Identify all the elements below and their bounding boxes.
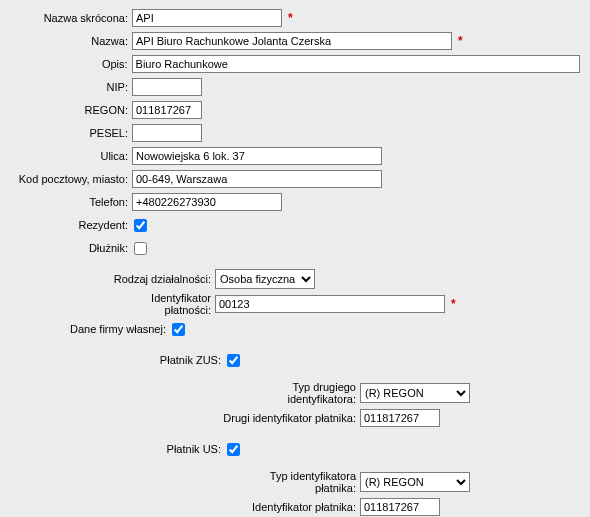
desc-input[interactable] bbox=[132, 55, 580, 73]
label-us-payer: Płatnik US: bbox=[10, 443, 225, 455]
required-mark: * bbox=[445, 297, 456, 311]
postal-city-input[interactable] bbox=[132, 170, 382, 188]
nip-input[interactable] bbox=[132, 78, 202, 96]
name-input[interactable] bbox=[132, 32, 452, 50]
label-postal-city: Kod pocztowy, miasto: bbox=[10, 173, 132, 185]
short-name-input[interactable] bbox=[132, 9, 282, 27]
required-mark: * bbox=[282, 11, 293, 25]
resident-checkbox[interactable] bbox=[134, 219, 147, 232]
label-payer-id: Identyfikator płatnika: bbox=[10, 501, 360, 513]
street-input[interactable] bbox=[132, 147, 382, 165]
pesel-input[interactable] bbox=[132, 124, 202, 142]
own-company-checkbox[interactable] bbox=[172, 323, 185, 336]
second-id-type-select[interactable]: (R) REGON bbox=[360, 383, 470, 403]
zus-payer-checkbox[interactable] bbox=[227, 354, 240, 367]
us-payer-checkbox[interactable] bbox=[227, 443, 240, 456]
label-activity-type: Rodzaj działalności: bbox=[10, 273, 215, 285]
payer-id-input[interactable] bbox=[360, 498, 440, 516]
label-payer-id-type: Typ identyfikatorapłatnika: bbox=[10, 470, 360, 494]
label-phone: Telefon: bbox=[10, 196, 132, 208]
label-name: Nazwa: bbox=[10, 35, 132, 47]
label-debtor: Dłużnik: bbox=[10, 242, 132, 254]
label-short-name: Nazwa skrócona: bbox=[10, 12, 132, 24]
required-mark: * bbox=[452, 34, 463, 48]
label-nip: NIP: bbox=[10, 81, 132, 93]
phone-input[interactable] bbox=[132, 193, 282, 211]
regon-input[interactable] bbox=[132, 101, 202, 119]
label-resident: Rezydent: bbox=[10, 219, 132, 231]
second-payer-id-input[interactable] bbox=[360, 409, 440, 427]
label-zus-payer: Płatnik ZUS: bbox=[10, 354, 225, 366]
label-street: Ulica: bbox=[10, 150, 132, 162]
label-pesel: PESEL: bbox=[10, 127, 132, 139]
payment-id-input[interactable] bbox=[215, 295, 445, 313]
payer-id-type-select[interactable]: (R) REGON bbox=[360, 472, 470, 492]
label-payment-id: Identyfikatorpłatności: bbox=[10, 292, 215, 316]
debtor-checkbox[interactable] bbox=[134, 242, 147, 255]
label-second-payer-id: Drugi identyfikator płatnika: bbox=[10, 412, 360, 424]
label-desc: Opis: bbox=[10, 58, 132, 70]
label-own-company: Dane firmy własnej: bbox=[10, 323, 170, 335]
label-second-id-type: Typ drugiegoidentyfikatora: bbox=[10, 381, 360, 405]
activity-type-select[interactable]: Osoba fizyczna bbox=[215, 269, 315, 289]
label-regon: REGON: bbox=[10, 104, 132, 116]
